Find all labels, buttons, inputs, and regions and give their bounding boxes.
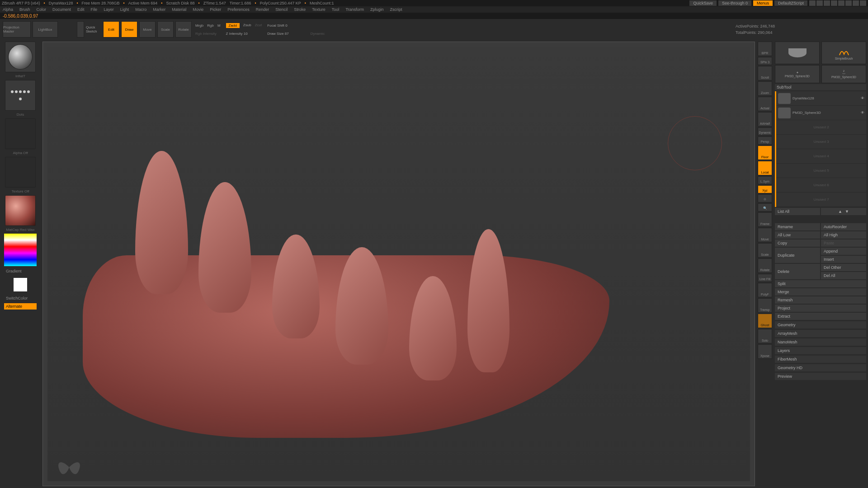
mrgb-toggle[interactable]: Mrgb: [195, 23, 203, 28]
local-button[interactable]: Local: [758, 161, 772, 175]
tool-thumb-sphere2[interactable]: 2〰PM3D_Sphere3D: [821, 65, 866, 83]
quicksave-button[interactable]: QuickSave: [689, 0, 717, 6]
remesh-section[interactable]: Remesh: [775, 296, 866, 304]
secondary-color-swatch[interactable]: [14, 278, 27, 291]
menu-material[interactable]: Material: [172, 7, 186, 12]
menu-color[interactable]: Color: [37, 7, 47, 12]
minimize-icon[interactable]: [845, 0, 852, 6]
menu-alpha[interactable]: Alpha: [3, 7, 13, 12]
menu-tool[interactable]: Tool: [332, 7, 340, 12]
menu-movie[interactable]: Movie: [193, 7, 203, 12]
ghost-button[interactable]: Ghost: [758, 314, 772, 328]
tool-thumb-simplebrush[interactable]: SimpleBrush: [821, 42, 866, 64]
frame-button[interactable]: Frame: [758, 212, 772, 227]
menu-transform[interactable]: Transform: [345, 7, 364, 12]
canvas[interactable]: [42, 42, 755, 486]
arraymesh-section[interactable]: ArrayMesh: [775, 330, 866, 337]
nav-rotate-button[interactable]: Rotate: [758, 258, 772, 273]
actual-button[interactable]: Actual: [758, 97, 772, 111]
move-button[interactable]: Move: [139, 21, 156, 38]
zoom-button[interactable]: Zoom: [758, 81, 772, 96]
menu-layer[interactable]: Layer: [104, 7, 114, 12]
defaultzscript-button[interactable]: DefaultZScript: [774, 0, 807, 6]
zsub-toggle[interactable]: Zsub: [243, 23, 251, 28]
bpr-button[interactable]: BPR: [758, 42, 772, 56]
listall-button[interactable]: List All: [775, 208, 820, 215]
brush-thumb[interactable]: [5, 42, 36, 72]
menu-preferences[interactable]: Preferences: [227, 7, 250, 12]
scale-button[interactable]: Scale: [157, 21, 174, 38]
delete-button[interactable]: Delete: [775, 264, 820, 279]
maximize-icon[interactable]: [853, 0, 859, 6]
subtool-item-2[interactable]: PM3D_Sphere3D👁: [776, 106, 866, 120]
nav-move-button[interactable]: Move: [758, 228, 772, 242]
nav-scale-button[interactable]: Scale: [758, 243, 772, 258]
delother-button[interactable]: Del Other: [821, 264, 866, 271]
geometry-section[interactable]: Geometry: [775, 321, 866, 328]
lightbox-button[interactable]: LightBox: [33, 21, 58, 38]
layers-section[interactable]: Layers: [775, 347, 866, 354]
rgb-intensity-slider[interactable]: Rgb Intensity: [195, 32, 217, 36]
focal-shift-slider[interactable]: Focal Shift 0: [267, 23, 287, 28]
menu-marker[interactable]: Marker: [153, 7, 165, 12]
aahalf-button[interactable]: AAHalf: [758, 112, 772, 127]
quicksketch-icon[interactable]: [77, 21, 84, 38]
persp-dynamic-toggle[interactable]: Dynamic: [758, 127, 772, 136]
paste-button[interactable]: Paste: [821, 239, 866, 247]
alpha-thumb[interactable]: [5, 118, 36, 149]
close-icon[interactable]: [860, 0, 866, 6]
subtool-header[interactable]: SubTool: [775, 84, 866, 90]
menu-stroke[interactable]: Stroke: [294, 7, 306, 12]
duplicate-button[interactable]: Duplicate: [775, 248, 820, 263]
fibermesh-section[interactable]: FiberMesh: [775, 356, 866, 363]
win-icon-2[interactable]: [816, 0, 823, 6]
quicksketch-label[interactable]: Quick Sketch: [86, 25, 101, 33]
menu-light[interactable]: Light: [120, 7, 129, 12]
floor-button[interactable]: Floor: [758, 145, 772, 160]
menu-zplugin[interactable]: Zplugin: [370, 7, 384, 12]
append-button[interactable]: Append: [821, 248, 866, 255]
zcut-toggle[interactable]: Zcut: [255, 23, 262, 28]
merge-section[interactable]: Merge: [775, 288, 866, 296]
dynamic-toggle[interactable]: Dynamic: [311, 32, 325, 36]
geometryhd-section[interactable]: Geometry HD: [775, 364, 866, 371]
menu-document[interactable]: Document: [52, 7, 71, 12]
win-icon-3[interactable]: [824, 0, 830, 6]
copy-button[interactable]: Copy: [775, 239, 820, 247]
polyf-button[interactable]: PolyF: [758, 283, 772, 297]
seethrough-slider[interactable]: See-through 0: [718, 0, 751, 6]
project-section[interactable]: Project: [775, 305, 866, 312]
transp-button[interactable]: Transp: [758, 298, 772, 313]
xyz-button[interactable]: Xyz: [758, 185, 772, 193]
delall-button[interactable]: Del All: [821, 272, 866, 279]
menu-picker[interactable]: Picker: [210, 7, 221, 12]
alllow-button[interactable]: All Low: [775, 231, 820, 239]
rgb-toggle[interactable]: Rgb: [207, 23, 214, 28]
preview-section[interactable]: Preview: [775, 373, 866, 380]
win-icon-5[interactable]: [838, 0, 844, 6]
extract-section[interactable]: Extract: [775, 313, 866, 320]
insert-button[interactable]: Insert: [821, 256, 866, 263]
zadd-toggle[interactable]: Zadd: [226, 23, 240, 28]
win-icon-4[interactable]: [831, 0, 837, 6]
linefill-toggle[interactable]: Line Fill: [758, 274, 772, 282]
color-picker[interactable]: [4, 234, 37, 266]
edit-button[interactable]: Edit: [103, 21, 119, 38]
menu-brush[interactable]: Brush: [19, 7, 30, 12]
allhigh-button[interactable]: All High: [821, 231, 866, 239]
menu-render[interactable]: Render: [256, 7, 269, 12]
menus-button[interactable]: Menus: [753, 0, 773, 6]
magnify-icon[interactable]: 🔍: [758, 203, 772, 211]
m-toggle[interactable]: M: [217, 23, 221, 28]
texture-thumb[interactable]: [5, 157, 36, 188]
rotate-button[interactable]: Rotate: [175, 21, 192, 38]
menu-texture[interactable]: Texture: [312, 7, 326, 12]
material-thumb[interactable]: [5, 195, 36, 226]
spix-slider[interactable]: SPix 3: [758, 57, 772, 65]
z-intensity-slider[interactable]: Z Intensity 10: [226, 32, 248, 36]
gradient-toggle[interactable]: Gradient: [4, 268, 37, 274]
menu-stencil[interactable]: Stencil: [275, 7, 288, 12]
menu-file[interactable]: File: [91, 7, 98, 12]
autoreorder-button[interactable]: AutoReorder: [821, 223, 866, 230]
switchcolor-button[interactable]: SwitchColor: [4, 295, 37, 301]
